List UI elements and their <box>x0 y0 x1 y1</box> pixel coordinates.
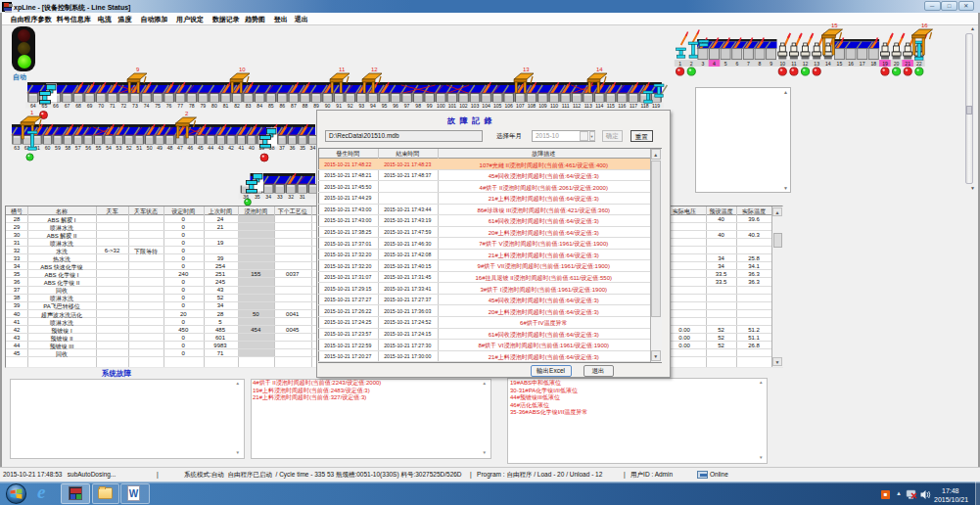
svg-text:85: 85 <box>268 103 274 109</box>
svg-text:33: 33 <box>277 194 283 200</box>
svg-text:77: 77 <box>177 103 183 109</box>
svg-text:44: 44 <box>208 145 213 151</box>
svg-text:11: 11 <box>791 61 796 67</box>
svg-text:1: 1 <box>30 110 34 115</box>
svg-text:72: 72 <box>120 103 126 109</box>
svg-text:13: 13 <box>814 61 819 67</box>
svg-text:117: 117 <box>630 103 637 109</box>
svg-text:89: 89 <box>313 103 319 109</box>
svg-text:49: 49 <box>157 145 163 151</box>
svg-text:71: 71 <box>110 103 116 109</box>
svg-text:40: 40 <box>249 145 255 151</box>
svg-text:97: 97 <box>404 103 410 109</box>
svg-text:90: 90 <box>325 103 331 109</box>
svg-text:35: 35 <box>255 194 260 200</box>
svg-text:56: 56 <box>85 145 91 151</box>
svg-text:58: 58 <box>65 145 70 151</box>
svg-text:103: 103 <box>471 103 480 109</box>
svg-text:55: 55 <box>96 145 102 151</box>
svg-text:52: 52 <box>126 145 132 151</box>
svg-text:108: 108 <box>528 103 537 109</box>
svg-text:116: 116 <box>618 103 626 109</box>
svg-text:60: 60 <box>45 145 51 151</box>
svg-text:5: 5 <box>724 61 727 67</box>
svg-text:19: 19 <box>882 61 888 67</box>
svg-text:76: 76 <box>166 103 172 109</box>
svg-text:84: 84 <box>257 103 262 109</box>
svg-text:16: 16 <box>848 61 854 67</box>
svg-text:9: 9 <box>770 61 772 67</box>
svg-text:32: 32 <box>288 194 294 200</box>
svg-text:80: 80 <box>211 103 217 109</box>
svg-text:37: 37 <box>279 145 285 151</box>
svg-text:73: 73 <box>132 103 138 109</box>
svg-text:78: 78 <box>189 103 195 109</box>
svg-text:81: 81 <box>223 103 229 109</box>
svg-text:8: 8 <box>759 61 762 67</box>
svg-text:53: 53 <box>117 145 122 151</box>
svg-text:112: 112 <box>573 103 581 109</box>
svg-text:46: 46 <box>187 145 193 151</box>
svg-text:96: 96 <box>393 103 398 109</box>
svg-text:74: 74 <box>144 103 150 109</box>
svg-text:75: 75 <box>155 103 161 109</box>
svg-text:36: 36 <box>243 194 249 200</box>
svg-text:34: 34 <box>265 194 271 200</box>
svg-text:16: 16 <box>921 23 928 28</box>
svg-text:107: 107 <box>516 103 525 109</box>
svg-text:48: 48 <box>167 145 173 151</box>
svg-text:57: 57 <box>75 145 81 151</box>
svg-text:2: 2 <box>185 111 189 116</box>
svg-text:1: 1 <box>678 61 681 67</box>
svg-text:15: 15 <box>837 61 843 67</box>
svg-text:95: 95 <box>382 103 388 109</box>
svg-text:43: 43 <box>218 145 224 151</box>
svg-text:14: 14 <box>596 67 603 72</box>
svg-text:20: 20 <box>894 61 900 67</box>
svg-text:31: 31 <box>300 194 305 200</box>
svg-text:4: 4 <box>713 61 716 67</box>
svg-text:9: 9 <box>136 67 140 72</box>
svg-text:93: 93 <box>358 103 364 109</box>
svg-text:111: 111 <box>562 103 570 109</box>
svg-text:79: 79 <box>200 103 206 109</box>
svg-text:22: 22 <box>916 61 922 67</box>
svg-text:86: 86 <box>279 103 285 109</box>
svg-text:12: 12 <box>803 61 809 67</box>
svg-text:42: 42 <box>228 145 234 151</box>
svg-text:106: 106 <box>504 103 513 109</box>
svg-text:88: 88 <box>303 103 308 109</box>
svg-text:82: 82 <box>234 103 240 109</box>
svg-text:67: 67 <box>65 103 70 109</box>
svg-text:83: 83 <box>246 103 252 109</box>
svg-text:98: 98 <box>415 103 421 109</box>
svg-text:41: 41 <box>239 145 245 151</box>
svg-text:17: 17 <box>860 61 865 67</box>
svg-text:6: 6 <box>735 61 738 67</box>
svg-text:13: 13 <box>523 67 530 72</box>
svg-text:18: 18 <box>870 61 876 67</box>
svg-text:66: 66 <box>53 103 59 109</box>
svg-text:110: 110 <box>550 103 558 109</box>
svg-text:115: 115 <box>607 103 615 109</box>
svg-text:92: 92 <box>348 103 353 109</box>
svg-text:114: 114 <box>595 103 603 109</box>
svg-text:91: 91 <box>336 103 342 109</box>
svg-text:35: 35 <box>300 145 305 151</box>
svg-text:10: 10 <box>239 67 246 72</box>
svg-text:64: 64 <box>30 103 36 109</box>
svg-text:45: 45 <box>198 145 204 151</box>
svg-text:59: 59 <box>55 145 61 151</box>
svg-text:100: 100 <box>437 103 445 109</box>
svg-text:51: 51 <box>136 145 142 151</box>
svg-text:87: 87 <box>291 103 297 109</box>
svg-text:69: 69 <box>87 103 93 109</box>
svg-text:3: 3 <box>701 61 704 67</box>
svg-text:15: 15 <box>831 23 838 28</box>
svg-text:11: 11 <box>339 67 346 72</box>
svg-text:47: 47 <box>177 145 183 151</box>
svg-text:70: 70 <box>98 103 104 109</box>
svg-text:36: 36 <box>290 145 296 151</box>
svg-text:14: 14 <box>825 61 831 67</box>
svg-text:102: 102 <box>459 103 468 109</box>
